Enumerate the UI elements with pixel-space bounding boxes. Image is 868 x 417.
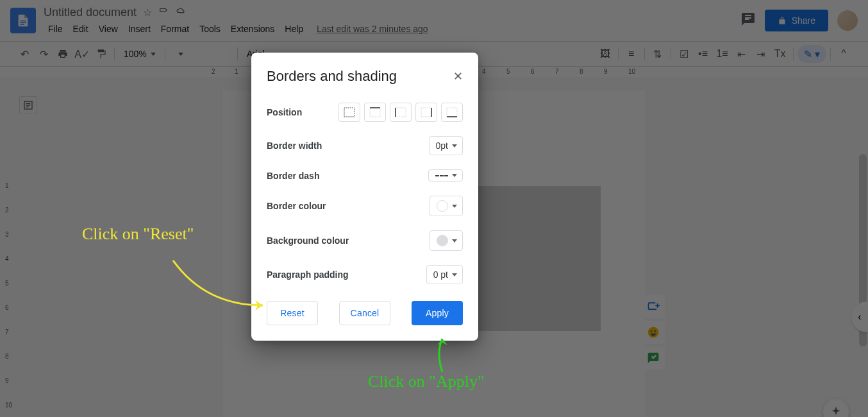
chevron-up-icon[interactable]: ^ [835, 45, 853, 63]
border-dash-select[interactable] [428, 169, 463, 182]
border-top-icon[interactable] [364, 103, 386, 122]
indent-increase-icon[interactable]: ⇥ [752, 45, 770, 63]
menu-extensions[interactable]: Extensions [226, 21, 279, 37]
align-icon[interactable]: ≡ [622, 45, 640, 63]
svg-rect-2 [20, 24, 24, 25]
spellcheck-icon[interactable]: A✓ [73, 45, 91, 63]
background-colour-label: Background colour [267, 235, 349, 246]
svg-rect-13 [396, 108, 406, 117]
svg-rect-0 [20, 21, 26, 21]
star-icon[interactable]: ☆ [143, 6, 152, 19]
paragraph-padding-select[interactable]: 0 pt [426, 265, 463, 284]
border-left-icon[interactable] [390, 103, 412, 122]
svg-point-8 [651, 330, 653, 332]
menu-insert[interactable]: Insert [124, 21, 155, 37]
position-label: Position [267, 107, 302, 117]
border-right-icon[interactable] [415, 103, 437, 122]
border-width-label: Border width [267, 140, 322, 151]
add-comment-icon[interactable] [642, 295, 665, 318]
svg-rect-17 [447, 108, 457, 117]
line-spacing-icon[interactable]: ⇅ [649, 45, 667, 63]
svg-point-9 [655, 330, 656, 332]
menu-help[interactable]: Help [280, 21, 308, 37]
redo-icon[interactable]: ↷ [35, 45, 53, 63]
paint-format-icon[interactable] [92, 45, 110, 63]
user-avatar[interactable] [837, 10, 858, 31]
svg-rect-1 [20, 22, 26, 23]
cancel-button[interactable]: Cancel [339, 301, 390, 325]
background-colour-select[interactable] [430, 230, 463, 251]
reset-button[interactable]: Reset [267, 301, 318, 325]
emoji-icon[interactable] [642, 321, 665, 344]
editing-mode-icon[interactable]: ✎ ▾ [797, 45, 826, 63]
zoom-select[interactable]: 100% [119, 46, 161, 62]
border-all-icon[interactable] [338, 103, 360, 122]
dialog-title: Borders and shading [267, 68, 397, 85]
position-group [338, 103, 463, 122]
outline-icon[interactable] [19, 96, 37, 114]
menu-format[interactable]: Format [156, 21, 194, 37]
share-label: Share [792, 15, 815, 26]
insert-image-icon[interactable]: 🖼 [596, 45, 614, 63]
clear-format-icon[interactable]: Tx [771, 45, 789, 63]
checklist-icon[interactable]: ☑ [675, 45, 693, 63]
undo-icon[interactable]: ↶ [15, 45, 33, 63]
borders-shading-dialog: Borders and shading ✕ Position Border wi… [251, 53, 478, 341]
app-header: Untitled document ☆ File Edit View Inser… [0, 0, 868, 41]
border-colour-select[interactable] [430, 196, 463, 216]
print-icon[interactable] [54, 45, 72, 63]
menu-tools[interactable]: Tools [195, 21, 225, 37]
close-icon[interactable]: ✕ [453, 69, 463, 83]
indent-decrease-icon[interactable]: ⇤ [733, 45, 751, 63]
paragraph-padding-label: Paragraph padding [267, 269, 349, 280]
suggest-edit-icon[interactable] [642, 346, 665, 370]
apply-button[interactable]: Apply [412, 301, 463, 325]
last-edit-link[interactable]: Last edit was 2 minutes ago [317, 24, 428, 34]
explore-fab[interactable] [823, 399, 849, 417]
border-width-select[interactable]: 0pt [429, 136, 463, 155]
style-select[interactable] [169, 50, 233, 58]
menu-bar: File Edit View Insert Format Tools Exten… [44, 21, 740, 37]
bulleted-list-icon[interactable]: •≡ [694, 45, 712, 63]
svg-rect-10 [344, 108, 355, 117]
border-colour-label: Border colour [267, 201, 326, 211]
border-bottom-icon[interactable] [441, 103, 463, 122]
svg-rect-15 [421, 108, 431, 117]
border-dash-label: Border dash [267, 171, 319, 181]
comment-history-icon[interactable] [740, 12, 756, 30]
numbered-list-icon[interactable]: 1≡ [714, 45, 731, 63]
move-icon[interactable] [158, 6, 169, 18]
cloud-icon[interactable] [175, 6, 187, 18]
lock-icon [778, 16, 787, 25]
menu-file[interactable]: File [44, 21, 67, 37]
svg-rect-11 [370, 108, 380, 117]
document-title[interactable]: Untitled document [44, 6, 137, 19]
menu-edit[interactable]: Edit [69, 21, 93, 37]
docs-logo[interactable] [10, 8, 36, 33]
menu-view[interactable]: View [94, 21, 122, 37]
share-button[interactable]: Share [765, 10, 828, 31]
